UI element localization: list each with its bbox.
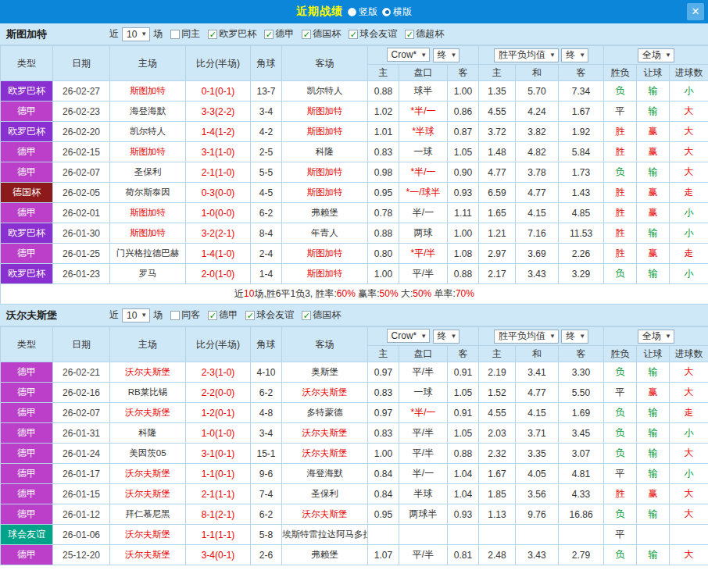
col-header-euro-away: 客 (559, 346, 604, 362)
scope-select[interactable]: 全场 ▼ (638, 48, 674, 62)
match-date: 26-01-06 (53, 525, 110, 545)
chevron-down-icon: ▼ (549, 333, 556, 340)
league-type-badge: 德甲 (1, 504, 53, 525)
chevron-down-icon: ▼ (420, 52, 427, 59)
asian-handicap-line: 两球 (399, 223, 448, 244)
asian-away-odds: 0.87 (448, 122, 479, 142)
asian-home-odds: 0.98 (368, 162, 399, 183)
team-name: 斯图加特 (6, 27, 109, 41)
result-win-draw-loss: 胜 (604, 122, 637, 142)
col-header-asian-handicap: 盘口 (399, 346, 448, 362)
odds-company-select[interactable]: Crow* ▼ (387, 329, 431, 343)
euro-away-odds: 4.33 (559, 484, 604, 504)
away-team: 斯图加特 (282, 183, 368, 203)
euro-metric-select[interactable]: 胜平负均值 ▼ (494, 330, 559, 344)
euro-away-odds: 1.67 (559, 102, 604, 122)
filter-checkbox[interactable]: ✓欧罗巴杯 (208, 27, 256, 41)
away-team: 斯图加特 (282, 162, 368, 183)
filter-checkbox[interactable]: ✓德甲 (208, 308, 238, 322)
checkbox-checked-icon[interactable]: ✓ (349, 30, 358, 39)
close-icon[interactable]: ✕ (687, 3, 704, 20)
match-row: 德甲26-02-23海登海默3-3(2-2)3-4斯图加特1.02*半/一0.8… (1, 102, 708, 122)
corners: 4-2 (251, 122, 282, 142)
euro-draw-odds: 4.82 (516, 142, 559, 162)
euro-home-odds: 2.17 (479, 264, 516, 284)
match-date: 26-01-23 (53, 264, 110, 284)
stats-summary-segment: 赢率: (356, 288, 380, 299)
away-team: 斯图加特 (282, 122, 368, 142)
asian-home-odds: 0.97 (368, 362, 399, 383)
asian-away-odds: 1.04 (448, 484, 479, 504)
euro-time-select[interactable]: 终 ▼ (561, 330, 588, 344)
radio-vertical-layout[interactable]: 竖版 (348, 5, 377, 19)
odds-company-value: Crow* (392, 49, 417, 60)
result-handicap: 输 (637, 545, 670, 565)
home-team: 罗马 (110, 264, 186, 284)
odds-time-select[interactable]: 终 ▼ (433, 330, 460, 344)
euro-away-odds: 3.29 (559, 264, 604, 284)
euro-away-odds (559, 525, 604, 545)
filter-checkbox[interactable]: ✓球会友谊 (245, 308, 294, 322)
euro-draw-odds: 3.35 (516, 444, 559, 464)
corners: 3-4 (251, 102, 282, 122)
score: 0-1(0-1) (186, 81, 251, 102)
col-header-type: 类型 (1, 46, 53, 81)
checkbox-checked-icon[interactable]: ✓ (245, 311, 255, 320)
league-type-badge: 德甲 (1, 142, 53, 162)
col-header-corners: 角球 (251, 327, 282, 362)
recent-matches-table: 类型 日期 主场 比分(半场) 角球 客场 Crow* ▼ 终 ▼ (0, 326, 708, 565)
match-date: 26-01-15 (53, 484, 110, 504)
filter-checkbox[interactable]: ✓德甲 (264, 27, 294, 41)
euro-home-odds: 2.19 (479, 362, 516, 383)
filter-checkbox[interactable]: ✓球会友谊 (349, 27, 397, 41)
euro-metric-value: 胜平负均值 (499, 48, 545, 62)
scope-select[interactable]: 全场 ▼ (638, 330, 674, 344)
away-team: 奥斯堡 (282, 362, 368, 383)
result-win-draw-loss: 负 (604, 81, 637, 102)
odds-company-select[interactable]: Crow* ▼ (387, 48, 431, 62)
euro-time-select[interactable]: 终 ▼ (561, 48, 588, 62)
away-team: 弗赖堡 (282, 545, 368, 565)
col-header-date: 日期 (53, 46, 110, 81)
result-group-header: 全场 ▼ (604, 46, 708, 65)
asian-away-odds: 0.88 (448, 264, 479, 284)
league-type-badge: 德甲 (1, 383, 53, 403)
chevron-down-icon: ▼ (451, 333, 457, 340)
recent-count-select[interactable]: 10 ▼ (122, 27, 150, 41)
result-win-draw-loss: 负 (604, 362, 637, 383)
filter-checkbox[interactable]: 同主 (170, 27, 200, 41)
checkbox-checked-icon[interactable]: ✓ (264, 30, 274, 39)
filter-checkbox[interactable]: ✓德国杯 (302, 27, 341, 41)
asian-home-odds: 0.78 (368, 203, 399, 223)
asian-handicap-line: *半/一 (399, 162, 448, 183)
filter-checkbox[interactable]: ✓德国杯 (302, 308, 341, 322)
result-handicap: 输 (637, 223, 670, 244)
checkbox-checked-icon[interactable]: ✓ (208, 30, 217, 39)
match-date: 26-02-21 (53, 362, 110, 383)
odds-time-select[interactable]: 终 ▼ (433, 48, 460, 62)
home-team: 斯图加特 (110, 203, 186, 223)
recent-count-select[interactable]: 10 ▼ (122, 308, 150, 323)
match-date: 26-01-24 (53, 444, 110, 464)
euro-draw-odds: 3.41 (516, 362, 559, 383)
home-team: 拜仁慕尼黑 (110, 504, 186, 525)
filter-checkbox[interactable]: 同客 (170, 308, 200, 322)
euro-metric-select[interactable]: 胜平负均值 ▼ (494, 48, 559, 62)
match-table-body: 欧罗巴杯26-02-27斯图加特0-1(0-1)13-7凯尔特人0.88球半1.… (1, 81, 708, 305)
col-header-corners: 角球 (251, 46, 282, 81)
radio-selected-icon[interactable] (382, 8, 391, 16)
checkbox-unchecked-icon[interactable] (170, 311, 180, 320)
radio-horizontal-layout[interactable]: 横版 (382, 5, 412, 19)
checkbox-checked-icon[interactable]: ✓ (208, 311, 217, 320)
euro-home-odds: 3.72 (479, 122, 516, 142)
corners: 1-4 (251, 264, 282, 284)
stats-summary-segment: 60% (337, 288, 356, 299)
result-handicap: 输 (637, 403, 670, 423)
checkbox-unchecked-icon[interactable] (170, 30, 180, 39)
result-handicap: 赢 (637, 183, 670, 203)
checkbox-checked-icon[interactable]: ✓ (302, 30, 311, 39)
checkbox-checked-icon[interactable]: ✓ (405, 30, 414, 39)
radio-unselected-icon[interactable] (348, 8, 356, 16)
checkbox-checked-icon[interactable]: ✓ (302, 311, 311, 320)
filter-checkbox[interactable]: ✓德超杯 (405, 27, 444, 41)
